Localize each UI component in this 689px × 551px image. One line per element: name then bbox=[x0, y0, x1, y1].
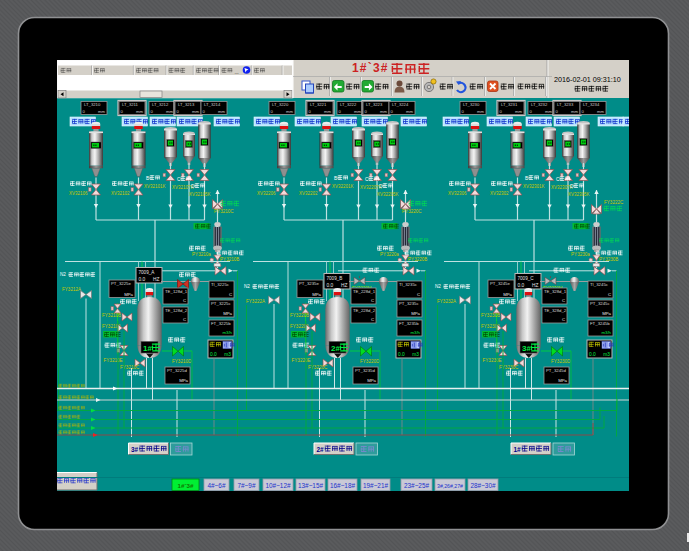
svg-text:19#~21#: 19#~21# bbox=[363, 482, 389, 489]
svg-text:PT_3225d: PT_3225d bbox=[167, 368, 187, 373]
svg-text:mm: mm bbox=[515, 109, 522, 114]
svg-text:7009_C: 7009_C bbox=[518, 276, 535, 281]
svg-text:FT_3245b: FT_3245b bbox=[590, 321, 610, 326]
svg-text:PT_3225c: PT_3225c bbox=[211, 301, 231, 306]
svg-text:D: D bbox=[191, 184, 195, 189]
svg-text:FY3212A: FY3212A bbox=[62, 287, 82, 292]
svg-text:PY3220C: PY3220C bbox=[402, 209, 422, 214]
svg-text:3#: 3# bbox=[131, 446, 139, 453]
svg-text:m3: m3 bbox=[412, 352, 419, 357]
svg-text:13#~15#: 13#~15# bbox=[298, 482, 324, 489]
svg-text:XV32101K: XV32101K bbox=[144, 184, 166, 189]
svg-text:XV32106: XV32106 bbox=[69, 191, 88, 196]
svg-text:7009_A: 7009_A bbox=[139, 270, 156, 275]
svg-text:LT_3224: LT_3224 bbox=[392, 102, 409, 107]
svg-text:B: B bbox=[334, 176, 337, 181]
svg-text:LT_3230: LT_3230 bbox=[463, 102, 480, 107]
svg-text:MPa: MPa bbox=[124, 292, 133, 297]
svg-text:LT_3231: LT_3231 bbox=[501, 102, 518, 107]
svg-text:LT_3233: LT_3233 bbox=[557, 102, 574, 107]
svg-text:FT_3225b: FT_3225b bbox=[211, 321, 231, 326]
svg-text:mm: mm bbox=[380, 109, 387, 114]
svg-text:0.0: 0.0 bbox=[398, 352, 405, 357]
svg-text:XV32105K: XV32105K bbox=[189, 192, 211, 197]
svg-text:LT_3213: LT_3213 bbox=[178, 102, 195, 107]
svg-text:PY3220a: PY3220a bbox=[380, 252, 399, 257]
svg-text:...: ... bbox=[235, 69, 239, 75]
svg-text:3#,26#,27#: 3#,26#,27# bbox=[437, 483, 463, 489]
svg-text:TE_328d_1: TE_328d_1 bbox=[544, 289, 567, 294]
svg-text:TE_328d_2: TE_328d_2 bbox=[544, 308, 567, 313]
svg-text:mm: mm bbox=[354, 109, 361, 114]
svg-text:m3: m3 bbox=[224, 352, 231, 357]
svg-text:XV32305K: XV32305K bbox=[568, 192, 590, 197]
svg-text:FY3220D: FY3220D bbox=[360, 359, 380, 364]
svg-text:TI_3245c: TI_3245c bbox=[590, 282, 609, 287]
svg-text:m3/h: m3/h bbox=[222, 330, 232, 335]
svg-text:FY3230C: FY3230C bbox=[499, 365, 519, 370]
svg-text:C: C bbox=[365, 177, 369, 182]
svg-text:FY3220B: FY3220B bbox=[290, 313, 309, 318]
svg-text:FY3230B: FY3230B bbox=[481, 313, 500, 318]
svg-text:LT_3220: LT_3220 bbox=[272, 102, 289, 107]
svg-text:FY3220E: FY3220E bbox=[292, 358, 311, 363]
svg-text:PT_3235e: PT_3235e bbox=[299, 281, 319, 286]
svg-text:MPa: MPa bbox=[223, 311, 232, 316]
svg-text:TE_128d_1: TE_128d_1 bbox=[165, 289, 188, 294]
svg-text:TE_128d_2: TE_128d_2 bbox=[165, 308, 188, 313]
svg-text:C: C bbox=[229, 292, 232, 297]
svg-text:LT_3210: LT_3210 bbox=[84, 102, 101, 107]
svg-text:FY3232A: FY3232A bbox=[437, 299, 457, 304]
svg-text:mm: mm bbox=[477, 109, 484, 114]
svg-text:FY3230E: FY3230E bbox=[483, 358, 502, 363]
svg-text:PY3210C: PY3210C bbox=[214, 209, 234, 214]
svg-text:MPa: MPa bbox=[411, 311, 420, 316]
svg-text:FY3222A: FY3222A bbox=[246, 299, 266, 304]
svg-text:B: B bbox=[525, 176, 528, 181]
svg-text:C: C bbox=[608, 292, 611, 297]
svg-text:mm: mm bbox=[286, 109, 293, 114]
svg-text:PT_3235d: PT_3235d bbox=[355, 368, 375, 373]
svg-text:LT_3212: LT_3212 bbox=[152, 102, 169, 107]
svg-text:mm: mm bbox=[98, 109, 105, 114]
svg-text:TE_228d_2: TE_228d_2 bbox=[353, 308, 376, 313]
svg-text:C: C bbox=[371, 298, 374, 303]
svg-text:TI_3225c: TI_3225c bbox=[211, 282, 230, 287]
svg-text:FY3222C: FY3222C bbox=[604, 200, 624, 205]
svg-text:23#~25#: 23#~25# bbox=[404, 482, 430, 489]
svg-text:XV32302: XV32302 bbox=[490, 191, 509, 196]
svg-text:mm: mm bbox=[166, 109, 173, 114]
svg-text:LT_3223: LT_3223 bbox=[366, 102, 383, 107]
svg-text:C: C bbox=[183, 317, 186, 322]
svg-text:mm: mm bbox=[597, 109, 604, 114]
svg-text:mm: mm bbox=[136, 109, 143, 114]
svg-text:mm: mm bbox=[192, 109, 199, 114]
svg-text:0.0: 0.0 bbox=[589, 352, 596, 357]
svg-text:mm: mm bbox=[218, 109, 225, 114]
svg-text:HZ: HZ bbox=[341, 283, 347, 288]
svg-text:FY3230D: FY3230D bbox=[551, 359, 571, 364]
svg-text:XV32206: XV32206 bbox=[257, 191, 276, 196]
svg-text:LT_3211: LT_3211 bbox=[122, 102, 139, 107]
svg-text:N2: N2 bbox=[244, 284, 250, 289]
svg-text:mm: mm bbox=[324, 109, 331, 114]
svg-text:C: C bbox=[177, 177, 181, 182]
svg-text:2#: 2# bbox=[331, 344, 340, 353]
svg-text:XV32306: XV32306 bbox=[448, 191, 467, 196]
svg-text:1#: 1# bbox=[143, 344, 152, 353]
svg-text:C: C bbox=[562, 298, 565, 303]
svg-text:FY3220C: FY3220C bbox=[308, 365, 328, 370]
svg-text:7009_B: 7009_B bbox=[327, 276, 343, 281]
svg-text:HZ: HZ bbox=[532, 283, 538, 288]
svg-text:PT_3245e: PT_3245e bbox=[490, 281, 510, 286]
svg-text:PY3230a: PY3230a bbox=[571, 252, 590, 257]
svg-text:MPa: MPa bbox=[312, 292, 321, 297]
svg-text:m3/h: m3/h bbox=[410, 330, 420, 335]
svg-text:mm: mm bbox=[406, 109, 413, 114]
svg-text:LT_3234: LT_3234 bbox=[583, 102, 600, 107]
svg-text:3#: 3# bbox=[522, 344, 531, 353]
svg-text:PT_3245c: PT_3245c bbox=[590, 301, 610, 306]
svg-text:XV32201K: XV32201K bbox=[332, 184, 354, 189]
svg-text:28#~30#: 28#~30# bbox=[470, 482, 496, 489]
svg-text:1#`3#: 1#`3# bbox=[178, 482, 194, 489]
